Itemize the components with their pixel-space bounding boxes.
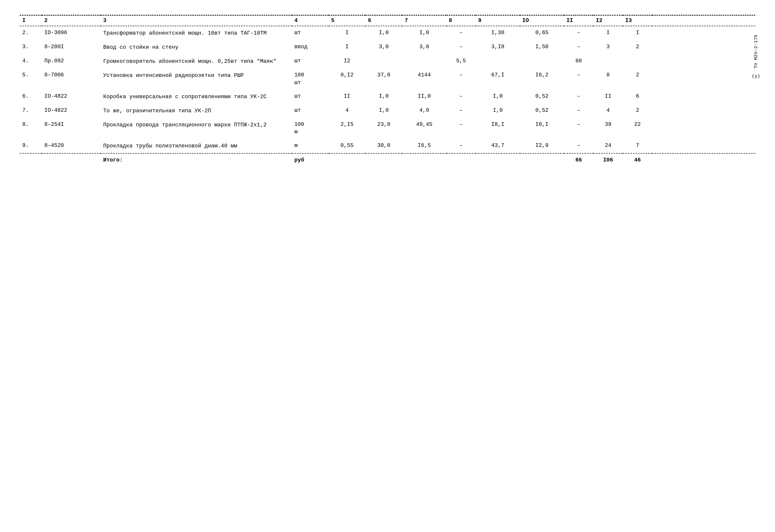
row-2-note [652,54,755,69]
row-5-col11: – [564,104,594,118]
table-container: I 2 3 4 5 6 7 8 9 IO II I2 I3 [20,15,755,166]
row-7-col8: – [446,139,476,153]
table-row: 5.8–7006Установка интенсивной радиорозет… [20,69,755,90]
row-5-note [652,104,755,118]
row-3-col10: I6,2 [520,69,564,90]
right-side-text: Тп М2п-2-175 [753,35,759,69]
row-7-col11: – [564,139,594,153]
row-6-col1: 8. [20,118,42,139]
total-col8 [446,153,476,166]
header-row: I 2 3 4 5 6 7 8 9 IO II I2 I3 [20,15,755,26]
row-4-col2: IO-4822 [42,90,101,104]
row-6-col2: 8–254I [42,118,101,139]
page-container: I 2 3 4 5 6 7 8 9 IO II I2 I3 [20,15,755,166]
row-4-col7: II,0 [402,90,446,104]
row-0-col4: шт [292,26,329,40]
row-2-col6 [365,54,402,69]
row-3-col11: – [564,69,594,90]
row-4-col12: II [594,90,623,104]
row-5-col6: I,0 [365,104,402,118]
row-5-col3: То же, ограничительная типа УК-2П [101,104,292,118]
row-3-col9: 67,I [476,69,520,90]
header-col10: IO [520,15,564,26]
row-1-col4: ввод [292,40,329,54]
table-row: 2.IO-3096Трансформатор абонентский мощн.… [20,26,755,40]
row-4-col5: II [329,90,365,104]
row-1-col12: 3 [594,40,623,54]
row-6-col7: 49,45 [402,118,446,139]
row-1-col10: I,50 [520,40,564,54]
row-1-col13: 2 [623,40,652,54]
header-col1: I [20,15,42,26]
row-0-col12: I [594,26,623,40]
row-0-col10: 0,65 [520,26,564,40]
table-row: 9.8–4520Прокладка трубы полиэтиленовой д… [20,139,755,153]
row-0-col7: I,0 [402,26,446,40]
right-side-text2: (у) [752,73,760,79]
total-row: Итого: руб 66 I06 46 [20,153,755,166]
row-5-col10: 0,52 [520,104,564,118]
header-col9: 9 [476,15,520,26]
row-2-col8: 5,5 [446,54,476,69]
row-7-col12: 24 [594,139,623,153]
row-2-col3: Громкоговоритель абонентский мощн. 0,25в… [101,54,292,69]
row-7-col13: 7 [623,139,652,153]
row-7-col9: 43,7 [476,139,520,153]
row-5-col1: 7. [20,104,42,118]
row-4-col3: Коробка универсальная с сопротивлениями … [101,90,292,104]
row-3-col8: – [446,69,476,90]
row-3-col4: 100 шт [292,69,329,90]
row-3-col12: 8 [594,69,623,90]
table-row: 7.IO-4822То же, ограничительная типа УК-… [20,104,755,118]
total-note [652,153,755,166]
row-1-note [652,40,755,54]
row-6-col6: 23,0 [365,118,402,139]
table-row: 3.8–280IВвод со стойки на стенувводI3,03… [20,40,755,54]
row-3-col13: 2 [623,69,652,90]
header-col11: II [564,15,594,26]
row-5-col9: I,0 [476,104,520,118]
total-col6 [365,153,402,166]
total-col7 [402,153,446,166]
row-4-col11: – [564,90,594,104]
header-col2: 2 [42,15,101,26]
row-7-col5: 0,55 [329,139,365,153]
row-7-col10: I2,9 [520,139,564,153]
row-5-col4: шт [292,104,329,118]
header-col13: I3 [623,15,652,26]
row-0-col8: – [446,26,476,40]
header-col12: I2 [594,15,623,26]
row-0-col3: Трансформатор абонентский мощн. 10вт тип… [101,26,292,40]
table-row: 8.8–254IПрокладка провода трансляционног… [20,118,755,139]
row-6-col4: 100 м [292,118,329,139]
row-7-col6: 30,0 [365,139,402,153]
row-2-col10 [520,54,564,69]
row-0-col9: I,30 [476,26,520,40]
total-col9 [476,153,520,166]
row-5-col2: IO-4822 [42,104,101,118]
total-col5 [329,153,365,166]
row-7-col2: 8–4520 [42,139,101,153]
row-7-note [652,139,755,153]
total-col12: I06 [594,153,623,166]
row-2-col9 [476,54,520,69]
row-4-note [652,90,755,104]
row-1-col11: – [564,40,594,54]
row-7-col7: I6,5 [402,139,446,153]
row-6-col9: I8,I [476,118,520,139]
header-col7: 7 [402,15,446,26]
row-5-col8: – [446,104,476,118]
row-7-col4: м [292,139,329,153]
row-0-col2: IO-3096 [42,26,101,40]
row-3-col6: 37,0 [365,69,402,90]
row-3-col2: 8–7006 [42,69,101,90]
row-4-col13: 6 [623,90,652,104]
row-4-col1: 6. [20,90,42,104]
row-2-col4: шт [292,54,329,69]
row-1-col3: Ввод со стойки на стену [101,40,292,54]
total-col13: 46 [623,153,652,166]
row-0-col6: I,0 [365,26,402,40]
row-1-col8: – [446,40,476,54]
row-1-col5: I [329,40,365,54]
header-col4: 4 [292,15,329,26]
